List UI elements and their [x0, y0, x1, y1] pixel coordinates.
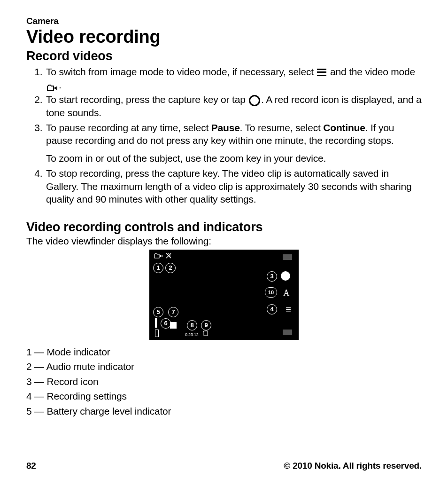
callout-1: 1 — [153, 263, 163, 273]
vf-zoom-top — [283, 254, 292, 260]
step-4: To stop recording, press the capture key… — [45, 167, 422, 206]
viewfinder-figure: 1 2 3 10 4 5 7 6 8 9 A ≡ 0:23:12 — [149, 250, 299, 340]
callout-10: 10 — [265, 287, 277, 298]
vf-top-icons — [154, 252, 173, 260]
subheading-record: Record videos — [26, 49, 422, 63]
step-3-zoom: To zoom in or out of the subject, use th… — [46, 152, 422, 165]
step-2: To start recording, press the capture ke… — [45, 93, 422, 119]
record-icon — [249, 95, 260, 106]
section-header: Camera — [26, 16, 422, 26]
legend-4: 4 — Recording settings — [26, 389, 422, 404]
callout-7: 7 — [168, 307, 178, 317]
intro-text: The video viewfinder displays the follow… — [26, 236, 422, 247]
continue-label: Continue — [323, 122, 365, 133]
svg-rect-3 — [162, 255, 162, 257]
legend-2: 2 — Audio mute indicator — [26, 359, 422, 374]
vf-white-square — [170, 322, 177, 329]
callout-2: 2 — [165, 263, 176, 273]
callout-5: 5 — [153, 307, 163, 317]
callout-4: 4 — [267, 304, 277, 314]
vf-memory-icon — [203, 330, 209, 337]
callout-3: 3 — [267, 271, 277, 282]
vf-scene-auto: A — [283, 288, 289, 298]
legend-list: 1 — Mode indicator 2 — Audio mute indica… — [26, 345, 422, 419]
step-2-text-a: To start recording, press the capture ke… — [46, 94, 248, 105]
step-1-text-a: To switch from image mode to video mode,… — [46, 66, 316, 77]
step-1-text-c: . — [59, 79, 62, 90]
vf-elapsed-time: 0:23:12 — [185, 332, 199, 337]
step-3-text-b: . To resume, select — [240, 122, 324, 133]
vf-zoom-bottom — [283, 330, 292, 335]
pause-label: Pause — [211, 122, 240, 133]
vf-record-dot — [281, 271, 290, 281]
video-mode-icon — [47, 82, 58, 89]
svg-rect-1 — [56, 86, 57, 90]
page-title: Video recording — [26, 27, 422, 47]
svg-rect-0 — [54, 87, 56, 89]
step-1-text-b: and the video mode — [327, 66, 415, 77]
vf-settings-icon: ≡ — [286, 304, 290, 315]
step-3: To pause recording at any time, select P… — [45, 121, 422, 165]
legend-1: 1 — Mode indicator — [26, 345, 422, 360]
svg-rect-2 — [160, 255, 161, 257]
steps-list: To switch from image mode to video mode,… — [26, 65, 422, 206]
step-3-text-a: To pause recording at any time, select — [46, 122, 211, 133]
callout-8: 8 — [187, 320, 197, 330]
copyright: © 2010 Nokia. All rights reserved. — [284, 461, 422, 471]
callout-9: 9 — [201, 320, 211, 330]
subheading-controls: Video recording controls and indicators — [26, 220, 422, 235]
vf-battery-icon — [155, 318, 157, 328]
vf-battery-box — [155, 330, 159, 337]
menu-icon — [317, 69, 326, 76]
page-number: 82 — [26, 461, 36, 471]
legend-5: 5 — Battery charge level indicator — [26, 404, 422, 419]
callout-6: 6 — [161, 318, 171, 329]
legend-3: 3 — Record icon — [26, 374, 422, 389]
page-footer: 82 © 2010 Nokia. All rights reserved. — [26, 461, 422, 471]
step-1: To switch from image mode to video mode,… — [45, 65, 422, 91]
